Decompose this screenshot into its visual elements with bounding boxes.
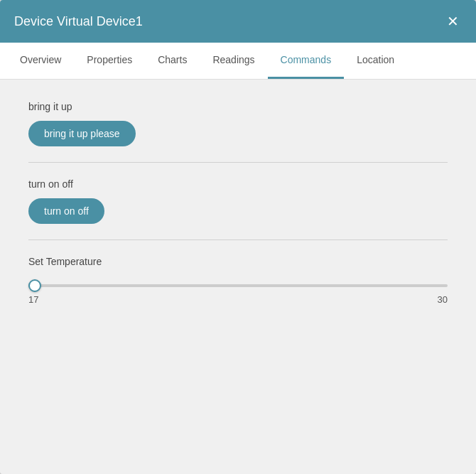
tab-overview[interactable]: Overview (7, 43, 74, 79)
close-button[interactable]: ✕ (444, 13, 462, 30)
temperature-slider[interactable] (28, 284, 448, 287)
slider-max: 30 (438, 294, 448, 305)
tab-charts[interactable]: Charts (145, 43, 200, 79)
temperature-label: Set Temperature (28, 256, 448, 267)
slider-range: 17 30 (28, 294, 448, 305)
tab-properties[interactable]: Properties (74, 43, 145, 79)
bring-it-up-label: bring it up (28, 101, 448, 112)
set-temperature-section: Set Temperature 17 30 (28, 256, 448, 305)
dialog: Device Virtual Device1 ✕ Overview Proper… (0, 0, 476, 474)
bring-it-up-section: bring it up bring it up please (28, 101, 448, 146)
divider-1 (28, 162, 448, 163)
tab-bar: Overview Properties Charts Readings Comm… (0, 43, 476, 80)
slider-min: 17 (28, 294, 38, 305)
tab-readings[interactable]: Readings (200, 43, 267, 79)
bring-it-up-button[interactable]: bring it up please (28, 121, 136, 146)
tab-location[interactable]: Location (344, 43, 407, 79)
dialog-title: Device Virtual Device1 (14, 14, 143, 29)
divider-2 (28, 239, 448, 240)
turn-on-off-label: turn on off (28, 178, 448, 190)
content-area: bring it up bring it up please turn on o… (0, 80, 476, 474)
dialog-header: Device Virtual Device1 ✕ (0, 0, 476, 43)
temperature-slider-container: 17 30 (28, 277, 448, 305)
turn-on-off-button[interactable]: turn on off (28, 198, 104, 224)
tab-commands[interactable]: Commands (268, 43, 345, 79)
turn-on-off-section: turn on off turn on off (28, 178, 448, 224)
